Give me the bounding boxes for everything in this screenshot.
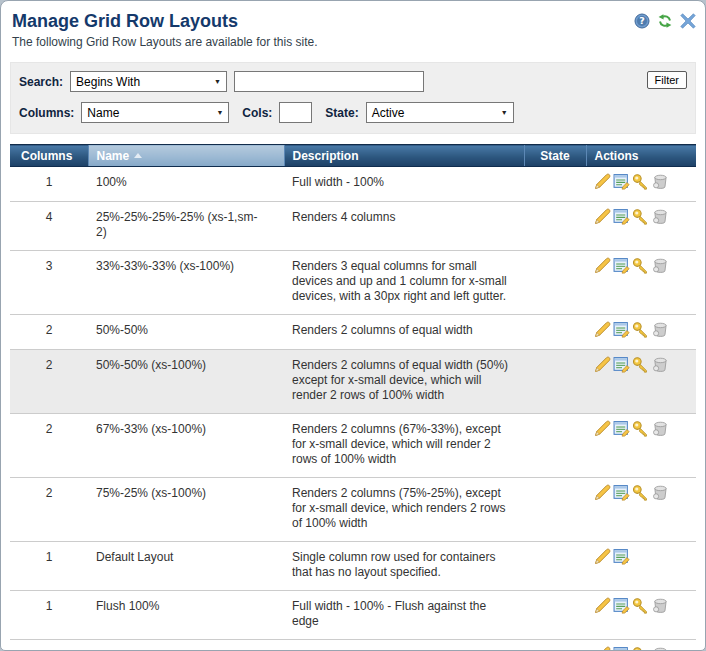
row-actions (586, 167, 696, 202)
edit-layout-action-icon[interactable] (613, 356, 630, 373)
row-name: 33%-33%-33% (xs-100%) (88, 251, 284, 315)
delete-action-icon[interactable] (651, 173, 668, 190)
row-columns-count: 1 (10, 591, 88, 640)
row-actions (586, 414, 696, 478)
column-header-actions[interactable]: Actions (586, 145, 696, 167)
permissions-action-icon[interactable] (632, 208, 649, 225)
row-state (524, 202, 586, 251)
permissions-action-icon[interactable] (632, 321, 649, 338)
edit-layout-action-icon[interactable] (613, 548, 630, 565)
table-header-row: Columns Name Description State Actions (10, 145, 696, 167)
search-label: Search: (19, 75, 63, 89)
row-columns-count: 3 (10, 251, 88, 315)
close-icon[interactable] (680, 13, 696, 29)
chevron-down-icon: ▼ (216, 109, 223, 116)
edit-action-icon[interactable] (594, 257, 611, 274)
edit-action-icon[interactable] (594, 173, 611, 190)
delete-action-icon[interactable] (651, 484, 668, 501)
table-row: 1 Default Layout Single column row used … (10, 542, 696, 591)
table-row: 2 67%-33% (xs-100%) Renders 2 columns (6… (10, 414, 696, 478)
active-state-icon (547, 357, 564, 374)
row-state (524, 167, 586, 202)
help-icon[interactable]: ? (634, 13, 650, 29)
edit-layout-action-icon[interactable] (613, 597, 630, 614)
delete-action-icon[interactable] (651, 420, 668, 437)
table-row: 2 50%-50% Renders 2 columns of equal wid… (10, 315, 696, 350)
row-description (284, 640, 524, 651)
edit-action-icon[interactable] (594, 356, 611, 373)
edit-layout-action-icon[interactable] (613, 484, 630, 501)
row-name: 100% (88, 167, 284, 202)
column-header-state[interactable]: State (524, 145, 586, 167)
row-state (524, 542, 586, 591)
column-header-description[interactable]: Description (284, 145, 524, 167)
edit-action-icon[interactable] (594, 420, 611, 437)
active-state-icon (547, 209, 564, 226)
row-columns-count: 1 (10, 542, 88, 591)
row-description: Full width - 100% (284, 167, 524, 202)
permissions-action-icon[interactable] (632, 420, 649, 437)
edit-layout-action-icon[interactable] (613, 321, 630, 338)
grid-row-layouts-table: Columns Name Description State Actions 1… (10, 144, 696, 651)
table-row: 1 100% Full width - 100% (10, 167, 696, 202)
dialog-header: Manage Grid Row Layouts ? (10, 9, 696, 32)
active-state-icon (547, 174, 564, 191)
row-description: Renders 2 columns (67%-33%), except for … (284, 414, 524, 478)
refresh-icon[interactable] (657, 13, 673, 29)
row-description: Renders 4 columns (284, 202, 524, 251)
columns-select[interactable]: Name ▼ (81, 102, 229, 123)
column-header-columns[interactable]: Columns (10, 145, 88, 167)
state-label: State: (325, 106, 358, 120)
column-header-name[interactable]: Name (88, 145, 284, 167)
active-state-icon (547, 421, 564, 438)
manage-grid-row-layouts-dialog: Manage Grid Row Layouts ? The following … (0, 0, 706, 651)
edit-action-icon[interactable] (594, 548, 611, 565)
table-row: 1 Flush 100% Full width - 100% - Flush a… (10, 591, 696, 640)
permissions-action-icon[interactable] (632, 646, 649, 651)
edit-layout-action-icon[interactable] (613, 173, 630, 190)
permissions-action-icon[interactable] (632, 356, 649, 373)
edit-action-icon[interactable] (594, 484, 611, 501)
cols-input[interactable] (279, 102, 312, 123)
permissions-action-icon[interactable] (632, 484, 649, 501)
edit-layout-action-icon[interactable] (613, 257, 630, 274)
row-actions (586, 251, 696, 315)
search-mode-select[interactable]: Begins With ▼ (70, 71, 227, 92)
sort-ascending-icon (134, 153, 142, 158)
row-state (524, 591, 586, 640)
row-actions (586, 478, 696, 542)
edit-layout-action-icon[interactable] (613, 646, 630, 651)
edit-action-icon[interactable] (594, 597, 611, 614)
filter-button[interactable]: Filter (647, 71, 687, 89)
edit-action-icon[interactable] (594, 208, 611, 225)
search-mode-value: Begins With (76, 75, 140, 89)
delete-action-icon[interactable] (651, 597, 668, 614)
state-select-value: Active (372, 106, 405, 120)
edit-layout-action-icon[interactable] (613, 208, 630, 225)
edit-layout-action-icon[interactable] (613, 420, 630, 437)
edit-action-icon[interactable] (594, 321, 611, 338)
edit-action-icon[interactable] (594, 646, 611, 651)
delete-action-icon[interactable] (651, 208, 668, 225)
table-row: 3 33%-33%-33% (xs-100%) Renders 3 equal … (10, 251, 696, 315)
delete-action-icon[interactable] (651, 356, 668, 373)
row-actions (586, 202, 696, 251)
permissions-action-icon[interactable] (632, 257, 649, 274)
delete-action-icon[interactable] (651, 646, 668, 651)
search-input[interactable] (234, 71, 424, 92)
state-select[interactable]: Active ▼ (366, 102, 514, 123)
search-filter-panel: Search: Begins With ▼ Filter Columns: Na… (10, 62, 696, 134)
row-actions (586, 542, 696, 591)
permissions-action-icon[interactable] (632, 597, 649, 614)
permissions-action-icon[interactable] (632, 173, 649, 190)
columns-label: Columns: (19, 106, 74, 120)
active-state-icon (547, 647, 564, 651)
row-name: Flush 50%-50% (xs-100%) (88, 640, 284, 651)
row-state (524, 251, 586, 315)
delete-action-icon[interactable] (651, 257, 668, 274)
active-state-icon (547, 598, 564, 615)
row-columns-count: 2 (10, 414, 88, 478)
row-name: 25%-25%-25%-25% (xs-1,sm-2) (88, 202, 284, 251)
delete-action-icon[interactable] (651, 321, 668, 338)
row-name: 50%-50% (xs-100%) (88, 350, 284, 414)
